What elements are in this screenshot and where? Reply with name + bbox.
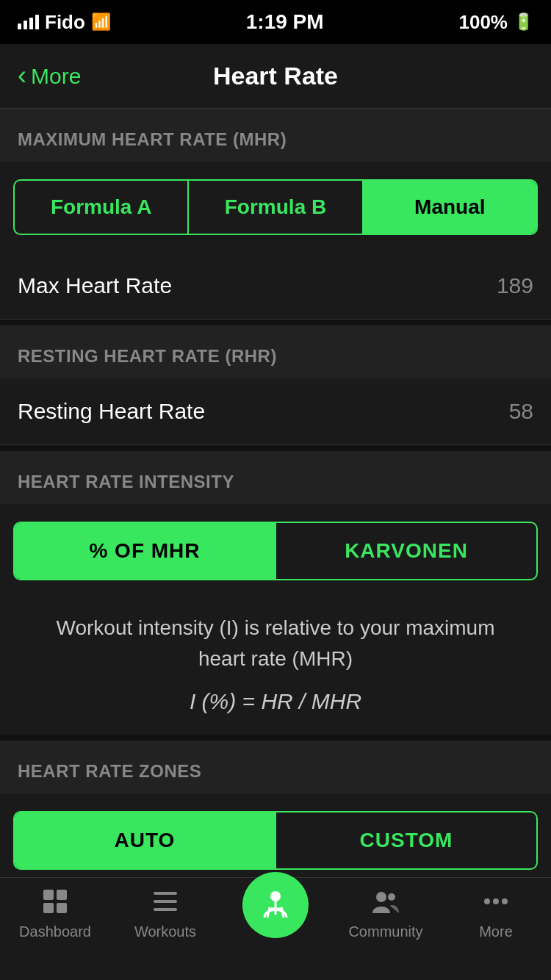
tab-dashboard[interactable]: Dashboard: [0, 888, 110, 940]
content-area: MAXIMUM HEART RATE (MHR) Formula A Formu…: [0, 109, 551, 980]
divider-1: [0, 320, 551, 325]
karvonen-button[interactable]: KARVONEN: [276, 523, 536, 579]
svg-rect-4: [154, 892, 177, 895]
manual-button[interactable]: Manual: [364, 181, 536, 234]
max-heart-rate-label: Max Heart Rate: [18, 273, 172, 298]
activity-circle: [242, 872, 309, 938]
workouts-icon: [152, 888, 179, 919]
svg-point-17: [484, 898, 490, 904]
wifi-icon: 📶: [91, 12, 111, 32]
back-label: More: [31, 64, 81, 89]
back-button[interactable]: ‹ More: [18, 64, 81, 89]
resting-heart-rate-value: 58: [509, 399, 533, 424]
max-heart-rate-value: 189: [497, 273, 533, 298]
svg-point-15: [376, 892, 386, 902]
formula-b-button[interactable]: Formula B: [189, 181, 361, 234]
section-body-zones: AUTO CUSTOM: [0, 811, 551, 870]
formula-a-button[interactable]: Formula A: [15, 181, 187, 234]
svg-rect-1: [57, 890, 67, 900]
svg-rect-6: [154, 900, 177, 903]
section-header-rhr: RESTING HEART RATE (RHR): [0, 325, 551, 378]
section-header-zones: HEART RATE ZONES: [0, 741, 551, 793]
svg-rect-3: [57, 903, 67, 913]
svg-rect-8: [154, 908, 177, 911]
tab-activity[interactable]: [220, 872, 331, 938]
signal-icon: [18, 15, 39, 29]
pct-mhr-button[interactable]: % OF MHR: [15, 523, 275, 579]
resting-heart-rate-label: Resting Heart Rate: [18, 399, 205, 424]
svg-point-18: [493, 898, 499, 904]
svg-point-16: [388, 893, 395, 901]
mhr-segment-control: Formula A Formula B Manual: [13, 179, 538, 235]
intensity-formula: I (%) = HR / MHR: [18, 689, 533, 714]
max-heart-rate-row: Max Heart Rate 189: [0, 253, 551, 320]
more-icon: [483, 888, 509, 919]
workouts-label: Workouts: [134, 923, 196, 940]
divider-3: [0, 735, 551, 741]
status-right: 100% 🔋: [458, 11, 533, 34]
tab-bar: Dashboard Workouts: [0, 877, 551, 980]
section-body-intensity: % OF MHR KARVONEN Workout intensity (I) …: [0, 522, 551, 735]
section-body-mhr: Formula A Formula B Manual Max Heart Rat…: [0, 179, 551, 320]
svg-point-10: [270, 891, 281, 901]
resting-heart-rate-row: Resting Heart Rate 58: [0, 378, 551, 445]
intensity-description-line1: Workout intensity (I) is relative to you…: [18, 613, 533, 674]
status-time: 1:19 PM: [246, 10, 324, 34]
carrier-label: Fido: [45, 11, 85, 34]
more-label: More: [479, 923, 513, 940]
page-title: Heart Rate: [213, 62, 338, 90]
svg-rect-7: [159, 900, 162, 903]
zones-segment-control: AUTO CUSTOM: [13, 811, 538, 870]
battery-label: 100%: [458, 11, 508, 34]
custom-button[interactable]: CUSTOM: [276, 813, 536, 868]
person-icon: [257, 887, 294, 923]
section-header-mhr: MAXIMUM HEART RATE (MHR): [0, 109, 551, 162]
divider-2: [0, 445, 551, 451]
community-icon: [371, 888, 400, 919]
svg-rect-0: [43, 890, 54, 900]
dashboard-icon: [42, 888, 68, 919]
section-body-rhr: Resting Heart Rate 58: [0, 378, 551, 445]
status-left: Fido 📶: [18, 11, 111, 34]
svg-rect-9: [159, 908, 162, 911]
status-bar: Fido 📶 1:19 PM 100% 🔋: [0, 0, 551, 44]
svg-rect-2: [43, 903, 54, 913]
battery-icon: 🔋: [514, 12, 533, 32]
nav-bar: ‹ More Heart Rate: [0, 44, 551, 109]
intensity-segment-control: % OF MHR KARVONEN: [13, 522, 538, 580]
community-label: Community: [348, 923, 422, 940]
tab-more[interactable]: More: [441, 888, 551, 940]
tab-community[interactable]: Community: [331, 888, 441, 940]
back-chevron-icon: ‹: [18, 62, 26, 89]
auto-button[interactable]: AUTO: [15, 813, 275, 868]
intensity-description: Workout intensity (I) is relative to you…: [0, 598, 551, 735]
tab-workouts[interactable]: Workouts: [110, 888, 220, 940]
section-header-intensity: HEART RATE INTENSITY: [0, 451, 551, 504]
dashboard-label: Dashboard: [19, 923, 91, 940]
svg-point-19: [502, 898, 508, 904]
svg-rect-5: [159, 892, 162, 895]
